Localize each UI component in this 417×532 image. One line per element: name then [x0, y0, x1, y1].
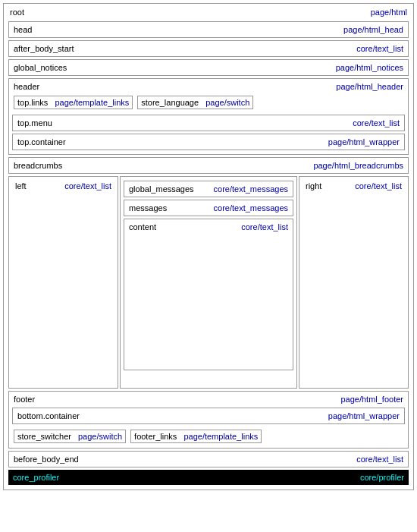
global-messages-type: core/text_messages — [214, 184, 288, 194]
footer-links-block: footer_links page/template_links — [130, 430, 262, 443]
header-type: page/html_header — [336, 82, 403, 91]
messages-row: messages core/text_messages — [126, 202, 291, 214]
after-body-start-block: after_body_start core/text_list — [8, 40, 409, 57]
store-switcher-block: store_switcher page/switch — [14, 430, 126, 443]
footer-links-type: page/template_links — [183, 432, 258, 441]
footer-row: footer page/html_footer — [11, 393, 406, 405]
messages-block: messages core/text_messages — [124, 200, 293, 216]
header-row: header page/html_header — [11, 80, 406, 93]
top-links-type: page/template_links — [55, 98, 129, 107]
head-type: page/html_head — [343, 25, 403, 34]
header-block: header page/html_header top.links page/t… — [8, 78, 409, 155]
header-label: header — [14, 82, 39, 91]
before-body-end-label: before_body_end — [14, 455, 79, 464]
root-type: page/html — [371, 8, 407, 17]
after-body-start-type: core/text_list — [356, 44, 403, 53]
left-type: core/text_list — [64, 181, 111, 190]
content-label: content — [129, 222, 156, 231]
global-notices-block: global_notices page/html_notices — [8, 59, 409, 76]
top-links-block: top.links page/template_links — [14, 96, 133, 109]
top-container-label: top.container — [17, 137, 66, 146]
top-container-block: top.container page/html_wrapper — [12, 134, 405, 150]
store-language-block: store_language page/switch — [137, 96, 253, 109]
right-type: core/text_list — [355, 181, 402, 190]
after-body-start-label: after_body_start — [14, 44, 74, 53]
footer-block: footer page/html_footer bottom.container… — [8, 391, 409, 449]
top-container-row: top.container page/html_wrapper — [14, 136, 403, 148]
store-language-type: page/switch — [205, 98, 249, 107]
before-body-end-type: core/text_list — [356, 455, 403, 464]
left-column: left core/text_list — [8, 176, 118, 389]
content-row: content core/text_list — [126, 221, 291, 233]
root-container: root page/html head page/html_head after… — [3, 3, 414, 490]
top-menu-row: top.menu core/text_list — [14, 117, 403, 129]
root-label: root — [10, 8, 24, 17]
core-profiler-block: core_profiler core/profiler — [8, 470, 409, 485]
head-block: head page/html_head — [8, 21, 409, 38]
breadcrumbs-row: breadcrumbs page/html_breadcrumbs — [11, 159, 406, 172]
bottom-container-block: bottom.container page/html_wrapper — [12, 408, 405, 424]
before-body-end-block: before_body_end core/text_list — [8, 451, 409, 467]
three-col-layout: left core/text_list global_messages core… — [8, 176, 409, 389]
global-notices-type: page/html_notices — [336, 63, 403, 72]
top-container-type: page/html_wrapper — [328, 137, 400, 146]
head-row: head page/html_head — [11, 24, 406, 36]
store-switcher-label: store_switcher — [17, 432, 71, 441]
after-body-start-row: after_body_start core/text_list — [11, 42, 406, 55]
right-row: right core/text_list — [303, 180, 405, 192]
bottom-container-label: bottom.container — [17, 411, 80, 420]
before-body-end-row: before_body_end core/text_list — [11, 453, 406, 465]
messages-type: core/text_messages — [214, 203, 288, 212]
footer-links-label: footer_links — [134, 432, 177, 441]
head-label: head — [14, 25, 32, 34]
messages-label: messages — [129, 203, 167, 212]
store-switcher-type: page/switch — [78, 432, 122, 441]
top-menu-label: top.menu — [17, 118, 52, 127]
top-links-label: top.links — [17, 98, 48, 107]
right-column: right core/text_list — [299, 176, 409, 389]
header-links-row: top.links page/template_links store_lang… — [11, 93, 406, 112]
global-messages-block: global_messages core/text_messages — [124, 181, 293, 197]
global-notices-label: global_notices — [14, 63, 67, 72]
top-menu-type: core/text_list — [353, 118, 400, 127]
global-messages-row: global_messages core/text_messages — [126, 183, 291, 195]
left-label: left — [15, 181, 27, 190]
content-type: core/text_list — [241, 222, 288, 231]
core-profiler-label: core_profiler — [13, 473, 59, 482]
bottom-container-type: page/html_wrapper — [328, 411, 400, 420]
global-notices-row: global_notices page/html_notices — [11, 61, 406, 74]
global-messages-label: global_messages — [129, 184, 194, 194]
right-label: right — [306, 181, 321, 190]
footer-type: page/html_footer — [340, 395, 403, 404]
store-language-label: store_language — [141, 98, 199, 107]
left-row: left core/text_list — [12, 180, 114, 192]
footer-label: footer — [14, 395, 35, 404]
bottom-container-row: bottom.container page/html_wrapper — [14, 410, 403, 422]
top-menu-block: top.menu core/text_list — [12, 115, 405, 131]
footer-links-row: store_switcher page/switch footer_links … — [11, 427, 406, 446]
core-profiler-type: core/profiler — [360, 473, 404, 482]
breadcrumbs-type: page/html_breadcrumbs — [313, 161, 403, 170]
breadcrumbs-block: breadcrumbs page/html_breadcrumbs — [8, 157, 409, 174]
root-row: root page/html — [7, 7, 410, 19]
breadcrumbs-label: breadcrumbs — [14, 161, 62, 170]
middle-column: global_messages core/text_messages messa… — [120, 176, 297, 389]
content-block: content core/text_list — [124, 219, 293, 370]
